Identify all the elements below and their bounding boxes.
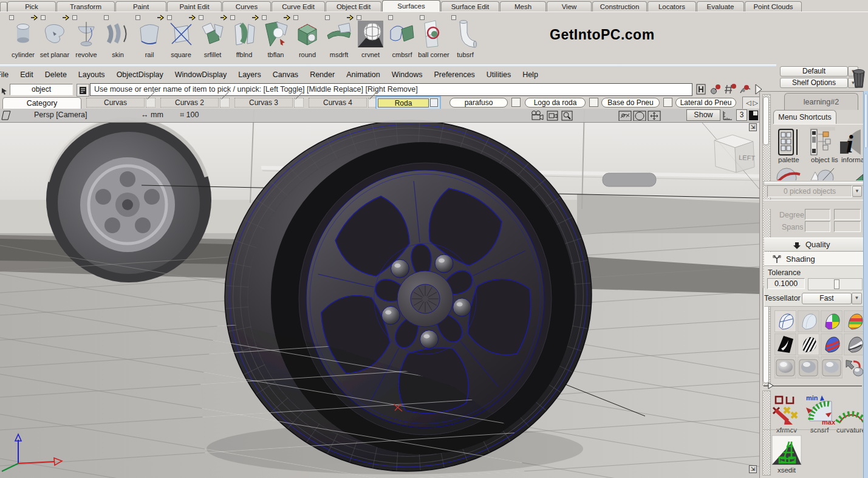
menu-layouts[interactable]: Layouts xyxy=(78,70,105,79)
show-button[interactable]: Show xyxy=(686,109,720,121)
shade-flat-icon[interactable] xyxy=(798,310,819,332)
tool-rail[interactable]: rail xyxy=(134,15,165,62)
tool-tbflan[interactable]: tbflan xyxy=(260,15,292,62)
layer-diagonal-icon[interactable] xyxy=(146,98,155,108)
shade-wireframe-icon[interactable] xyxy=(774,310,796,332)
spans-field-2[interactable] xyxy=(834,221,861,232)
tool-curvature[interactable]: curvature xyxy=(835,394,867,434)
shelf-tab-point-clouds[interactable]: Point Clouds xyxy=(745,1,802,12)
menu-edit[interactable]: Edit xyxy=(20,70,33,79)
shade-evaluate-icon[interactable] xyxy=(844,310,866,332)
tool-scnsrf[interactable]: minmax scnsrf xyxy=(804,394,835,434)
shelf-tab-locators[interactable]: Locators xyxy=(648,1,696,12)
window-layout-icon[interactable] xyxy=(748,110,759,121)
shelf-tab-surface-edit[interactable]: Surface Edit xyxy=(441,1,499,12)
divider-arrow-icon[interactable] xyxy=(767,382,774,389)
sphere-button-icon[interactable] xyxy=(821,357,842,378)
menu-preferences[interactable]: Preferences xyxy=(434,70,474,79)
tool-square[interactable]: square xyxy=(165,15,197,62)
shelf-tab-mesh[interactable]: Mesh xyxy=(500,1,546,12)
tool-tubsrf[interactable]: tubsrf xyxy=(449,15,481,62)
menu-file[interactable]: File xyxy=(0,70,9,79)
panel-tab-learning[interactable]: learning#2 xyxy=(784,93,858,110)
shade-chrome-icon[interactable] xyxy=(844,333,866,355)
layer-roda[interactable]: Roda xyxy=(378,98,429,108)
tessellator-arrow[interactable]: ▼ xyxy=(852,293,862,304)
shade-zebra-icon[interactable] xyxy=(798,333,819,355)
tool-set-planar[interactable]: set planar xyxy=(39,15,70,62)
shade-mask-icon[interactable] xyxy=(774,333,796,355)
grid-snap-icon[interactable] xyxy=(724,83,736,95)
layer-logo-checkbox[interactable] xyxy=(589,98,598,107)
panel-right-scrollbar[interactable] xyxy=(863,91,868,478)
shelf-tab-evaluate[interactable]: Evaluate xyxy=(697,1,744,12)
tool-skin[interactable]: skin xyxy=(102,15,134,62)
pick-object-selector[interactable]: object xyxy=(10,84,73,95)
layer-tab-curvas[interactable]: Curvas xyxy=(86,98,145,108)
tool-ffblnd[interactable]: ffblnd xyxy=(228,15,260,62)
tool-cmbsrf[interactable]: cmbsrf xyxy=(386,15,418,62)
palette-shortcut-icon[interactable] xyxy=(777,128,802,156)
tumble-icon[interactable] xyxy=(618,110,632,121)
tool-ball-corner[interactable]: ball corner xyxy=(418,15,449,62)
menu-objectdisplay[interactable]: ObjectDisplay xyxy=(117,70,163,79)
layer-logo-da-roda[interactable]: Logo da roda xyxy=(525,98,586,108)
menu-render[interactable]: Render xyxy=(310,70,335,79)
layer-parafuso[interactable]: parafuso xyxy=(449,98,508,108)
menu-utilities[interactable]: Utilities xyxy=(487,70,511,79)
layer-roda-checkbox[interactable] xyxy=(430,98,438,107)
point-snap-icon[interactable] xyxy=(709,83,722,95)
shelf-tab-paint[interactable]: Paint xyxy=(115,1,166,12)
layer-base-checkbox[interactable] xyxy=(663,98,672,107)
panel-scrollbar-lower[interactable] xyxy=(762,391,771,476)
layer-lateral-do-pneu[interactable]: Lateral do Pneu xyxy=(675,98,736,108)
tolerance-slider-thumb[interactable] xyxy=(834,279,839,289)
layer-tab-curvas-2[interactable]: Curvas 2 xyxy=(160,98,219,108)
menu-help[interactable]: Help xyxy=(522,70,538,79)
sphere-button-icon[interactable] xyxy=(798,357,819,378)
quality-header[interactable]: Quality xyxy=(764,237,863,251)
panel-scrollbar-thumb[interactable] xyxy=(763,97,769,145)
shelf-tab-transform[interactable]: Transform xyxy=(56,1,115,12)
curve-snap-icon[interactable] xyxy=(739,83,751,95)
layer-diagonal-icon[interactable] xyxy=(220,98,230,108)
tool-crvnet[interactable]: crvnet xyxy=(355,15,386,62)
layer-tab-curvas-4[interactable]: Curvas 4 xyxy=(309,98,367,108)
shortcut-row-clipped[interactable] xyxy=(773,165,863,180)
pane-resize-icon-top[interactable]: ⇲ xyxy=(749,123,757,131)
layer-base-do-pneu[interactable]: Base do Pneu xyxy=(601,98,660,108)
menu-animation[interactable]: Animation xyxy=(346,70,380,79)
layer-tab-curvas-3[interactable]: Curvas 3 xyxy=(234,98,293,108)
tool-srfillet[interactable]: srfillet xyxy=(197,15,228,62)
degree-field-1[interactable] xyxy=(805,209,830,220)
camera-lock-icon[interactable] xyxy=(547,110,559,121)
tolerance-value-field[interactable]: 0.1000 xyxy=(767,278,805,289)
shelf-tab-surfaces[interactable]: Surfaces xyxy=(382,0,440,12)
tool-round[interactable]: round xyxy=(292,15,323,62)
shelf-tab-curves[interactable]: Curves xyxy=(222,1,271,12)
degree-field-2[interactable] xyxy=(834,209,861,220)
shading-header[interactable]: Shading xyxy=(764,252,863,266)
ruler-icon[interactable] xyxy=(722,110,735,121)
shelf-preset-dropdown[interactable]: Default xyxy=(780,66,848,77)
zoom-magnifier-icon[interactable] xyxy=(561,110,573,121)
shade-stripes-icon[interactable] xyxy=(821,333,842,355)
layer-nav-right-icon[interactable]: ▷ xyxy=(753,99,758,107)
menu-layers[interactable]: Layers xyxy=(238,70,261,79)
object-list-shortcut-icon[interactable] xyxy=(808,127,835,156)
prompt-input[interactable]: Use mouse or enter name of item to pick … xyxy=(90,83,692,96)
tool-revolve[interactable]: revolve xyxy=(70,15,102,62)
sphere-button-icon[interactable] xyxy=(774,357,796,378)
trash-icon[interactable] xyxy=(850,66,867,90)
category-button[interactable]: Category xyxy=(2,97,81,109)
menu-windowdisplay[interactable]: WindowDisplay xyxy=(175,70,227,79)
panel-tab-menu-shortcuts[interactable]: Menu Shortcuts xyxy=(773,110,836,125)
perspective-viewport[interactable]: LEFT ⇲ ⇲ xyxy=(0,109,759,478)
pane-resize-icon-bottom[interactable]: ⇲ xyxy=(749,465,757,473)
shade-multicolor-icon[interactable] xyxy=(821,310,842,332)
shelf-tab-curve-edit[interactable]: Curve Edit xyxy=(272,1,325,12)
menu-windows[interactable]: Windows xyxy=(392,70,423,79)
history-icon[interactable] xyxy=(696,83,708,95)
shelf-tab-paint-edit[interactable]: Paint Edit xyxy=(167,1,222,12)
tool-xfrmcv[interactable]: xfrmcv xyxy=(771,394,802,434)
